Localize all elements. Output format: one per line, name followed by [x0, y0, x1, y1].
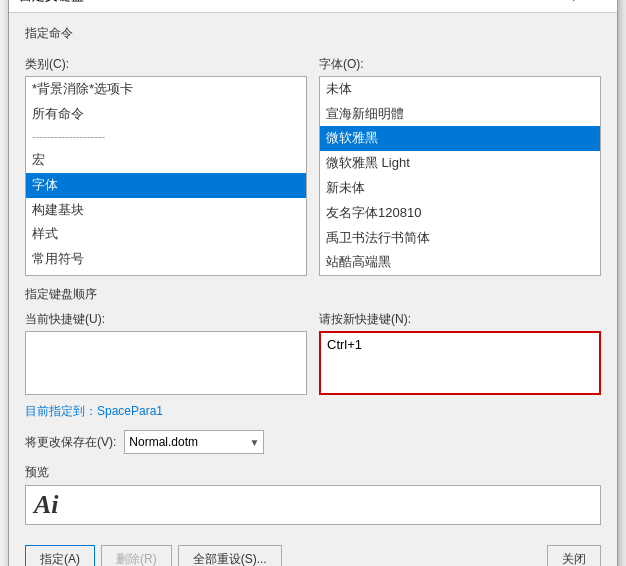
current-assign-prefix: 目前指定到： [25, 404, 97, 418]
list-item[interactable]: 新未体 [320, 176, 600, 201]
title-bar: 自定义键盘 ? × [9, 0, 617, 13]
current-assign-row: 目前指定到：SpacePara1 [25, 403, 601, 420]
footer: 指定(A) 删除(R) 全部重设(S)... 关闭 [9, 537, 617, 566]
list-item[interactable]: 构建基块 [26, 198, 306, 223]
preview-label: 预览 [25, 464, 601, 481]
dialog-body: 指定命令 类别(C): *背景消除*选项卡 所有命令 -------------… [9, 13, 617, 537]
help-button[interactable]: ? [565, 0, 583, 5]
category-listbox[interactable]: *背景消除*选项卡 所有命令 -------------------- 宏 字体… [25, 76, 307, 276]
preview-section: 预览 Ai [25, 464, 601, 525]
list-item[interactable]: 宣海新细明體 [320, 102, 600, 127]
new-shortcut-value: Ctrl+1 [327, 337, 362, 352]
remove-button[interactable]: 删除(R) [101, 545, 172, 566]
preview-box: Ai [25, 485, 601, 525]
category-column: 类别(C): *背景消除*选项卡 所有命令 ------------------… [25, 56, 307, 276]
save-in-label: 将更改保存在(V): [25, 434, 116, 451]
new-shortcut-column: 请按新快捷键(N): Ctrl+1 [319, 311, 601, 395]
font-column: 字体(O): 未体 宣海新细明體 微软雅黑 微软雅黑 Light 新未体 友名字… [319, 56, 601, 276]
list-item-selected[interactable]: 微软雅黑 [320, 126, 600, 151]
list-item-selected[interactable]: 字体 [26, 173, 306, 198]
list-item[interactable]: 微软雅黑 Light [320, 151, 600, 176]
current-assign-value: SpacePara1 [97, 404, 163, 418]
dropdown-arrow-icon: ▼ [249, 437, 259, 448]
new-shortcut-label: 请按新快捷键(N): [319, 311, 601, 328]
category-label: 类别(C): [25, 56, 307, 73]
title-bar-buttons: ? × [565, 0, 607, 5]
list-item[interactable]: 常用符号 [26, 247, 306, 272]
font-listbox[interactable]: 未体 宣海新细明體 微软雅黑 微软雅黑 Light 新未体 友名字体120810… [319, 76, 601, 276]
new-shortcut-input[interactable]: Ctrl+1 [319, 331, 601, 395]
save-in-row: 将更改保存在(V): Normal.dotm ▼ [25, 430, 601, 454]
close-title-button[interactable]: × [589, 0, 607, 5]
list-item[interactable]: *背景消除*选项卡 [26, 77, 306, 102]
list-item[interactable]: 宏 [26, 148, 306, 173]
font-label: 字体(O): [319, 56, 601, 73]
list-item[interactable]: 所有命令 [26, 102, 306, 127]
list-item[interactable]: 禹卫书法行书简体 [320, 226, 600, 251]
list-item[interactable]: 站酷高端黑 [320, 250, 600, 275]
list-item: -------------------- [26, 126, 306, 148]
save-in-value: Normal.dotm [129, 435, 245, 449]
current-shortcut-column: 当前快捷键(U): [25, 311, 307, 395]
keyboard-columns: 当前快捷键(U): 请按新快捷键(N): Ctrl+1 [25, 311, 601, 395]
dialog-title: 自定义键盘 [19, 0, 84, 5]
list-item[interactable]: 友名字体120810 [320, 201, 600, 226]
reset-all-button[interactable]: 全部重设(S)... [178, 545, 282, 566]
list-item[interactable]: 样式 [26, 222, 306, 247]
close-button[interactable]: 关闭 [547, 545, 601, 566]
command-columns: 类别(C): *背景消除*选项卡 所有命令 ------------------… [25, 56, 601, 276]
assign-button[interactable]: 指定(A) [25, 545, 95, 566]
footer-left-buttons: 指定(A) 删除(R) 全部重设(S)... [25, 545, 282, 566]
preview-text: Ai [34, 490, 59, 520]
keyboard-sequence-label: 指定键盘顺序 [25, 286, 601, 303]
current-shortcut-input[interactable] [25, 331, 307, 395]
save-in-dropdown[interactable]: Normal.dotm ▼ [124, 430, 264, 454]
keyboard-sequence-section: 指定键盘顺序 当前快捷键(U): 请按新快捷键(N): Ctrl+1 目前指定到… [25, 286, 601, 420]
custom-keyboard-dialog: 自定义键盘 ? × 指定命令 类别(C): *背景消除*选项卡 所有命令 ---… [8, 0, 618, 566]
current-shortcut-label: 当前快捷键(U): [25, 311, 307, 328]
list-item[interactable]: 未体 [320, 77, 600, 102]
specify-command-label: 指定命令 [25, 25, 601, 42]
